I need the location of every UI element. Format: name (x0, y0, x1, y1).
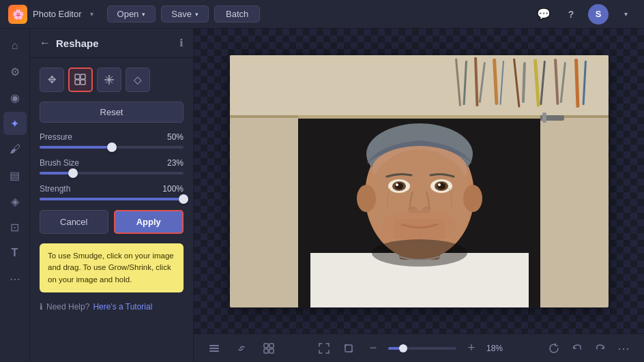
panel-back-button[interactable]: ← (40, 37, 50, 49)
sidebar-item-view[interactable]: ◉ (3, 86, 27, 109)
grid-icon-btn[interactable] (259, 339, 278, 358)
canvas-content[interactable] (194, 29, 644, 333)
save-button[interactable]: Save ▾ (161, 5, 209, 22)
sidebar-item-text[interactable]: T (3, 241, 27, 265)
sidebar-item-more[interactable]: ⋯ (3, 267, 27, 290)
layers-icon-btn[interactable] (205, 339, 224, 358)
svg-point-43 (396, 183, 398, 186)
svg-rect-1 (80, 74, 85, 79)
sidebar-item-objects[interactable]: ◈ (3, 190, 27, 213)
fit-screen-icon (318, 342, 330, 355)
strength-thumb[interactable] (179, 194, 188, 204)
link-icon (235, 342, 248, 355)
main-area: ⌂ ⚙ ◉ ✦ 🖌 ▤ ◈ ⊡ T ⋯ ← Reshape ℹ ✥ (0, 29, 644, 362)
svg-rect-59 (269, 344, 274, 348)
strength-label: Strength (40, 184, 70, 194)
brush-size-track[interactable] (40, 172, 184, 175)
portrait-photo (230, 55, 609, 307)
smudge-tool-btn[interactable] (68, 67, 93, 92)
panel-body: ✥ ◇ (30, 58, 193, 321)
pressure-value: 50% (167, 132, 184, 142)
fit-screen-btn[interactable] (314, 339, 334, 358)
bottom-left-icons (205, 339, 278, 358)
pressure-track[interactable] (40, 146, 184, 149)
zoom-slider[interactable] (388, 347, 456, 350)
svg-point-50 (357, 185, 376, 212)
strength-label-row: Strength 100% (40, 184, 184, 194)
expand-icon-btn[interactable]: ▾ (615, 4, 636, 25)
pressure-label-row: Pressure 50% (40, 132, 184, 142)
panel-info-button[interactable]: ℹ (179, 37, 184, 49)
apply-button[interactable]: Apply (114, 210, 184, 234)
bottom-right-icons: ⋯ (544, 339, 633, 358)
refresh-btn[interactable] (544, 339, 564, 358)
brush-size-slider-row: Brush Size 23% (40, 158, 184, 175)
link-icon-btn[interactable] (232, 339, 251, 358)
sidebar-item-reshape[interactable]: ✦ (3, 112, 27, 135)
zoom-slider-thumb[interactable] (399, 344, 407, 352)
bottom-center: − + 18% (314, 339, 508, 358)
cancel-button[interactable]: Cancel (40, 210, 108, 234)
app-logo: 🌸 (8, 5, 27, 24)
pressure-slider-row: Pressure 50% (40, 132, 184, 149)
brush-size-label-row: Brush Size 23% (40, 158, 184, 168)
svg-rect-2 (75, 80, 80, 85)
svg-point-51 (463, 185, 482, 212)
svg-rect-58 (264, 344, 268, 348)
action-row: Cancel Apply (40, 210, 184, 234)
tool-icons-row: ✥ ◇ (40, 67, 184, 92)
cross-tool-btn[interactable] (97, 67, 121, 92)
pressure-thumb[interactable] (107, 142, 117, 152)
more-btn[interactable]: ⋯ (614, 339, 633, 358)
cross-icon (103, 74, 115, 86)
brush-size-value: 23% (167, 158, 184, 168)
redo-btn[interactable] (591, 339, 610, 358)
erase-tool-btn[interactable]: ◇ (126, 67, 150, 92)
help-box: To use Smudge, click on your image and d… (40, 243, 184, 292)
svg-rect-62 (345, 345, 352, 352)
strength-track[interactable] (40, 198, 184, 200)
svg-rect-0 (75, 74, 80, 79)
svg-rect-27 (537, 115, 564, 121)
tutorial-link[interactable]: Here's a Tutorial (93, 302, 152, 312)
sidebar-item-layers[interactable]: ▤ (3, 164, 27, 187)
photo-container (230, 55, 609, 307)
panel-header: ← Reshape ℹ (30, 29, 193, 58)
refresh-icon (548, 343, 559, 354)
zoom-out-btn[interactable]: − (364, 339, 383, 358)
batch-button[interactable]: Batch (214, 5, 260, 22)
icon-sidebar: ⌂ ⚙ ◉ ✦ 🖌 ▤ ◈ ⊡ T ⋯ (0, 29, 30, 362)
sidebar-item-adjust[interactable]: ⚙ (3, 60, 27, 83)
strength-fill (40, 198, 184, 200)
svg-rect-61 (269, 349, 274, 353)
sidebar-item-export[interactable]: ⊡ (3, 215, 27, 239)
undo-icon (572, 343, 583, 354)
svg-rect-60 (264, 349, 268, 353)
brush-size-thumb[interactable] (68, 168, 78, 178)
panel-title: Reshape (56, 37, 174, 49)
reset-button[interactable]: Reset (40, 102, 184, 123)
svg-rect-55 (209, 345, 219, 346)
smudge-icon (74, 74, 87, 86)
zoom-in-btn[interactable]: + (462, 339, 481, 358)
svg-rect-32 (298, 115, 540, 119)
help-icon-btn[interactable]: ? (561, 4, 581, 25)
strength-value: 100% (162, 184, 184, 194)
topbar: 🌸 Photo Editor ▾ Open ▾ Save ▾ Batch 💬 ?… (0, 0, 644, 29)
chat-icon-btn[interactable]: 💬 (533, 4, 554, 25)
open-button[interactable]: Open ▾ (107, 5, 156, 22)
app-name-chevron: ▾ (90, 10, 93, 18)
sidebar-item-home[interactable]: ⌂ (3, 34, 27, 57)
sidebar-item-paint[interactable]: 🖌 (3, 138, 27, 161)
need-help-icon: ℹ (40, 302, 43, 312)
zoom-value: 18% (486, 344, 508, 353)
avatar[interactable]: S (588, 4, 609, 25)
undo-btn[interactable] (568, 339, 587, 358)
svg-rect-57 (209, 350, 219, 352)
move-tool-btn[interactable]: ✥ (40, 67, 64, 92)
svg-point-47 (438, 183, 441, 186)
crop-btn[interactable] (339, 339, 358, 358)
pressure-label: Pressure (40, 132, 72, 142)
bottom-toolbar: − + 18% (194, 333, 644, 362)
app-name: Photo Editor (33, 9, 82, 19)
